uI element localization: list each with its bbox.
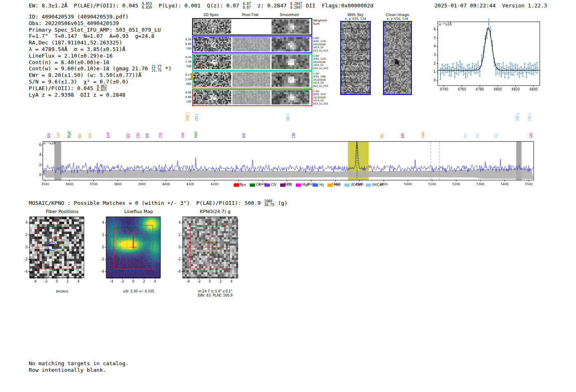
footer-notes: No matching targets in catalog. Row inte… [29,360,129,373]
legend-item: HeII [327,183,341,187]
info-line: P(LAE)/P(OII): 0.045 0.0620.035 [29,85,172,92]
text-segment: Cont(w) = 9.60(±0.10)e-18 (gmag 21.76 [29,65,151,72]
legend-swatch [313,183,318,187]
legend-swatch [234,183,239,187]
spec2d-strip [193,72,231,87]
info-line: F=1.7" T=0.147 N=1.07 A=0.93 g=24.8 [29,33,172,39]
text-segment: P(Lyα): 0.001 Q(z): 0.07 [152,2,242,9]
emission-line-label: NV [381,134,384,138]
emission-line-label: OII ) [195,114,199,121]
emission-line-label: Hδ [476,134,480,138]
legend-swatch [280,183,286,187]
clean-image-coords: x, y: 650, 124 [382,17,413,21]
lineflux-map-image [95,215,165,288]
spec2d-strip [193,90,231,104]
footer-line: Row intentionally blank. [29,367,129,373]
spec2d-strip [193,37,231,51]
legend-item: Hγ [313,183,324,187]
text-segment: z: 0.2847 [251,2,290,9]
cutout-kpno-g: KPNO(24.7) g m:24.7 rc:1.0" s:0.1"EWr: 6… [171,209,249,298]
emission-line-label: HeII [421,132,425,138]
text-segment: S/N = 9.6(±1.3) χ² = 0.7(±0.0) [29,79,129,85]
legend-label: (K)CaII [351,183,362,187]
legend-swatch [265,183,270,187]
spec2d-panel: 2D Spec Pixel Flat Smoothed WeightedSum0… [183,13,327,107]
emission-line-label: SiII [146,133,149,138]
text-segment: EW: 8.3±1.2Å P(LAE)/P(OII): 0.045 [29,2,142,9]
text-segment: MOSAIC/KPNO : Possible Matches = 0 (with… [29,200,264,206]
clean-image-title: Clean Image [382,13,413,17]
legend-item: (H)CaII [366,183,383,187]
cutout-caption-line: s/b: 3.30 +/- 0.105 [105,290,172,294]
emission-line-label: OVI [181,132,185,138]
mosaic-match-line: MOSAIC/KPNO : Possible Matches = 0 (with… [29,200,288,207]
emission-line-label: CIII [159,133,163,138]
emission-line-label: Lyα [56,132,60,138]
with-sky-panel: With Sky x, y: 650, 124 [340,13,371,95]
fraction-stack: 100030.79 [264,200,274,207]
kpno-g-image [171,215,241,288]
emission-line-label: NV [127,134,130,138]
text-segment: LineFlux = 2.10(±0.29)e-16 [29,53,113,59]
spec2d-row-meta: 0.69"(650, 124)20220506v015_02503_LU_013 [313,54,333,70]
legend-label: HeII [334,183,341,187]
emission-line-label: Hγ [464,134,467,138]
emission-line-label: SiIV ) [186,112,190,121]
legend-item: CIII [280,183,292,187]
fraction-stack: 0.0530.039 [142,2,152,9]
cutout-fiber-positions: Fiber Positions arcsecs [18,209,95,294]
info-line: RA,Dec (187.911041,52.263325) [29,39,172,46]
emission-line-label: SiII [88,133,92,138]
spec2d-row: WeightedSum [192,18,312,35]
legend-item: (K)CaII [344,183,362,187]
emission-line-label: HeII [194,132,198,138]
spec2d-row: 0.090.881001.45"(650, 124)20220506v015_0… [192,89,312,106]
text-segment: Cont(n) = 6.40(±0.00)e-18 [29,59,109,65]
spec2d-row-scale: 0.172.04080 [183,73,191,86]
legend-label: Hγ [319,183,324,187]
spec2d-strip [272,55,309,69]
spec2d-row-scale: 0.240.80100 [183,37,191,51]
emission-line-label: SIII [401,133,405,138]
spec2d-strip [272,37,309,51]
cutout-caption-line: arcsecs [29,290,95,294]
text-segment: RA,Dec (187.911041,52.263325) [29,39,122,46]
fraction-stack: 21.7721.75 [151,65,161,72]
text-segment: F=1.7" T=0.147 N=1.07 A=0.93 g=24.8 [29,33,154,39]
spec2d-strip [272,90,309,104]
spec2d-strip [232,37,270,51]
cutout-lineflux-map: Lineflux Map s/b: 3.30 +/- 0.105 [95,209,172,294]
spec2d-strip [232,55,270,69]
info-line: Obs: 20220506v015_4090420539 [29,20,172,27]
fraction-stack: 0.28470.2847 [290,2,302,9]
spec2d-row: 0.241.341000.69"(650, 124)20220506v015_0… [192,53,312,71]
orange-marker [191,73,192,79]
info-line: S/N = 9.6(±1.3) χ² = 0.7(±0.0) [29,79,172,85]
cutout-caption: arcsecs [18,290,95,294]
legend-item: MgII [296,183,309,187]
legend-item: Lyα [234,183,246,187]
legend-label: CIII [287,183,292,187]
spec2d-col-header: 2D Spec [192,13,230,17]
cutout-title: Lineflux Map [95,209,172,214]
spectrum-legend: LyαOIICIVCIIIMgIIHγHeII(K)CaII(H)CaII [177,183,440,187]
cutout-title: KPNO(24.7) g [171,209,249,214]
legend-swatch [327,183,333,187]
text-segment: EWr = 8.20(±1.50) (w: 5.50(±0.77))Å [29,72,142,78]
emission-line-label: OIII ) [516,113,520,121]
legend-item: CIV [265,183,276,187]
with-sky-coords: x, y: 650, 124 [340,17,371,21]
spec2d-strip [193,55,231,69]
report-timestamp: 2025-01-07 09:22:44 Version 1.22.3 [434,2,547,9]
clean-image-panel: Clean Image x, y: 650, 124 [382,13,413,95]
legend-swatch [250,183,255,187]
text-segment: OII Flags:0x0000002d [302,2,373,9]
legend-label: OII [256,183,261,187]
info-line: Cont(w) = 9.60(±0.10)e-18 (gmag 21.76 21… [29,65,172,72]
legend-swatch [344,183,350,187]
info-line: LyA z = 2.9398 OII z = 0.2848 [29,92,172,98]
emission-line-label: Lyα [106,132,110,138]
text-segment: *) [162,65,172,72]
cutout-title: Fiber Positions [18,209,95,214]
spec2d-strip [193,19,231,34]
